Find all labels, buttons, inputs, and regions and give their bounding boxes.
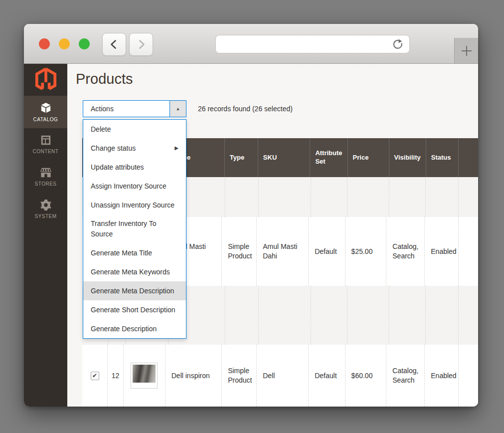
product-thumbnail[interactable] — [131, 363, 158, 389]
back-chevron-icon — [109, 39, 120, 50]
actions-menu: Delete Change status ▶ Update attributes… — [83, 119, 186, 339]
grid-header-status[interactable]: Status — [426, 138, 459, 177]
plus-icon — [461, 45, 473, 57]
back-button[interactable] — [102, 33, 126, 56]
gear-icon — [40, 200, 51, 211]
cell-status: Enabled — [425, 345, 459, 407]
sidebar-item-system[interactable]: SYSTEM — [24, 193, 67, 225]
cell-visibility: Catalog, Search — [386, 345, 425, 407]
cell-id: 12 — [108, 345, 124, 407]
grid-header-overflow — [459, 138, 478, 177]
sidebar-item-catalog[interactable]: CATALOG — [24, 96, 67, 128]
cell-price: $25.00 — [345, 217, 387, 286]
menu-item-change-status[interactable]: Change status ▶ — [83, 139, 186, 158]
menu-item-delete[interactable]: Delete — [83, 120, 186, 139]
product-photo-grayscale — [133, 365, 156, 383]
magento-logo[interactable] — [24, 64, 67, 96]
submenu-arrow-icon: ▶ — [174, 139, 178, 158]
menu-item-assign-inventory-source[interactable]: Assign Inventory Source — [83, 177, 186, 196]
cell-attribute-set: Default — [309, 345, 345, 407]
menu-item-unassign-inventory-source[interactable]: Unassign Inventory Source — [83, 196, 186, 215]
cell-type: Simple Product — [222, 345, 257, 407]
grid-header-attribute-set[interactable]: Attribute Set — [310, 138, 347, 177]
browser-window: CATALOG CONTENT STORES — [24, 24, 478, 407]
main-content: Products Actions ▲ 26 records found (26 … — [67, 64, 478, 407]
table-row[interactable]: ✔ 12 Dell inspiron Simple Product Dell — [82, 345, 478, 407]
sidebar-item-label: SYSTEM — [34, 214, 56, 219]
cell-sku: Dell — [257, 345, 309, 407]
storefront-icon — [40, 167, 52, 178]
sidebar-item-content[interactable]: CONTENT — [24, 128, 67, 161]
menu-item-update-attributes[interactable]: Update attributes — [83, 158, 186, 177]
content-layout-icon — [40, 135, 51, 146]
checkmark-icon: ✔ — [92, 372, 97, 380]
menu-item-generate-meta-keywords[interactable]: Generate Meta Keywords — [83, 262, 186, 281]
close-window-button[interactable] — [39, 38, 50, 49]
forward-chevron-icon — [136, 39, 147, 50]
admin-sidebar: CATALOG CONTENT STORES — [24, 64, 67, 407]
caret-up-icon[interactable]: ▲ — [169, 101, 186, 117]
new-tab-button[interactable] — [454, 38, 478, 63]
records-count: 26 records found (26 selected) — [198, 100, 293, 117]
menu-item-generate-meta-description[interactable]: Generate Meta Description — [83, 281, 186, 300]
refresh-icon[interactable] — [391, 38, 404, 53]
forward-button[interactable] — [129, 33, 153, 56]
row-checkbox[interactable]: ✔ — [91, 372, 99, 380]
sidebar-item-label: CONTENT — [33, 149, 59, 154]
sidebar-item-stores[interactable]: STORES — [24, 161, 67, 193]
grid-header-sku[interactable]: SKU — [258, 138, 311, 177]
menu-item-generate-meta-title[interactable]: Generate Meta Title — [83, 243, 186, 262]
minimize-window-button[interactable] — [59, 38, 70, 49]
cell-price: $60.00 — [345, 345, 387, 407]
menu-item-generate-short-description[interactable]: Generate Short Description — [83, 300, 186, 319]
grid-header-visibility[interactable]: Visibility — [389, 138, 426, 177]
sidebar-item-label: CATALOG — [33, 117, 58, 122]
page-title: Products — [76, 71, 133, 87]
actions-dropdown-label: Actions — [83, 105, 169, 113]
cell-visibility: Catalog, Search — [386, 217, 425, 286]
desktop: CATALOG CONTENT STORES — [0, 0, 504, 433]
zoom-window-button[interactable] — [79, 38, 90, 49]
catalog-cube-icon — [40, 102, 51, 114]
menu-item-transfer-inventory-to-source[interactable]: Transfer Inventory To Source — [83, 215, 186, 243]
grid-header-price[interactable]: Price — [348, 138, 389, 177]
browser-toolbar — [24, 24, 478, 64]
actions-dropdown[interactable]: Actions ▲ — [83, 100, 186, 117]
cell-status: Enabled — [425, 217, 459, 286]
sidebar-item-label: STORES — [35, 181, 57, 187]
menu-item-label: Change status — [91, 139, 174, 158]
address-bar[interactable] — [215, 35, 410, 53]
cell-type: Simple Product — [222, 217, 257, 286]
cell-attribute-set: Default — [309, 217, 345, 286]
cell-name: Dell inspiron — [166, 345, 222, 407]
menu-item-generate-description[interactable]: Generate Description — [83, 319, 186, 338]
cell-sku: Amul Masti Dahi — [257, 217, 309, 286]
grid-header-type[interactable]: Type — [225, 138, 258, 177]
